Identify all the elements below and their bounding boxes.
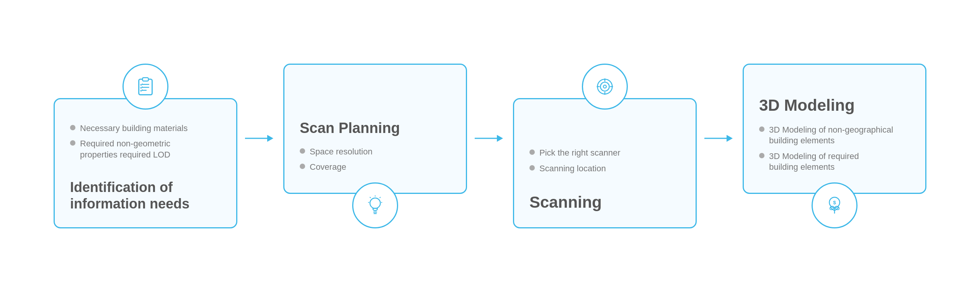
bullet-dot [529, 149, 535, 155]
target-icon [582, 64, 628, 110]
plant-icon: $ [812, 182, 858, 228]
list-item: Coverage [300, 162, 451, 173]
card-3-title: Scanning [529, 193, 680, 212]
item-text: Required non-geometricproperties require… [80, 138, 170, 160]
bullet-dot [759, 153, 764, 158]
card-group-3: Pick the right scanner Scanning location… [505, 64, 704, 228]
card-4-title: 3D Modeling [759, 96, 910, 115]
list-item: 3D Modeling of requiredbuilding elements [759, 151, 910, 173]
arrow-3 [704, 131, 735, 161]
card-1-title: Identification ofinformation needs [70, 179, 221, 212]
card-identification: Necessary building materials Required no… [54, 98, 237, 228]
item-text: 3D Modeling of requiredbuilding elements [769, 151, 859, 173]
list-item: Space resolution [300, 146, 451, 157]
list-item: Required non-geometricproperties require… [70, 138, 221, 160]
bullet-dot [529, 165, 535, 171]
bullet-dot [70, 140, 75, 146]
card-2-title: Scan Planning [300, 120, 451, 137]
card-4-items: 3D Modeling of non-geographicalbuilding … [759, 125, 910, 177]
svg-point-16 [600, 82, 609, 91]
svg-line-10 [380, 197, 381, 198]
list-item: 3D Modeling of non-geographicalbuilding … [759, 125, 910, 146]
bullet-dot [759, 126, 764, 132]
arrow-1 [245, 131, 276, 161]
bullet-dot [300, 148, 305, 154]
clipboard-icon [122, 64, 168, 110]
item-text: Coverage [310, 162, 346, 173]
card-1-items: Necessary building materials Required no… [70, 123, 221, 165]
card-2-items: Space resolution Coverage [300, 146, 451, 177]
bullet-dot [70, 125, 75, 130]
svg-point-6 [370, 198, 380, 208]
card-group-4: 3D Modeling 3D Modeling of non-geographi… [735, 64, 934, 228]
item-text: Scanning location [539, 163, 606, 174]
list-item: Pick the right scanner [529, 148, 680, 159]
card-scanning: Pick the right scanner Scanning location… [513, 98, 697, 228]
svg-rect-1 [142, 78, 148, 81]
item-text: 3D Modeling of non-geographicalbuilding … [769, 125, 893, 146]
list-item: Necessary building materials [70, 123, 221, 134]
bulb-icon [352, 182, 398, 228]
item-text: Space resolution [310, 146, 372, 157]
item-text: Pick the right scanner [539, 148, 621, 159]
arrow-2 [475, 131, 505, 161]
svg-text:$: $ [833, 200, 836, 205]
card-group-2: Scan Planning Space resolution Coverage [276, 64, 475, 228]
svg-point-17 [603, 85, 606, 88]
item-text: Necessary building materials [80, 123, 188, 134]
card-scan-planning: Scan Planning Space resolution Coverage [283, 64, 467, 194]
svg-line-11 [370, 197, 371, 198]
card-3d-modeling: 3D Modeling 3D Modeling of non-geographi… [743, 64, 926, 194]
list-item: Scanning location [529, 163, 680, 174]
bullet-dot [300, 164, 305, 169]
card-3-items: Pick the right scanner Scanning location [529, 148, 680, 179]
infographic: Necessary building materials Required no… [31, 56, 949, 236]
card-group-1: Necessary building materials Required no… [46, 64, 245, 228]
